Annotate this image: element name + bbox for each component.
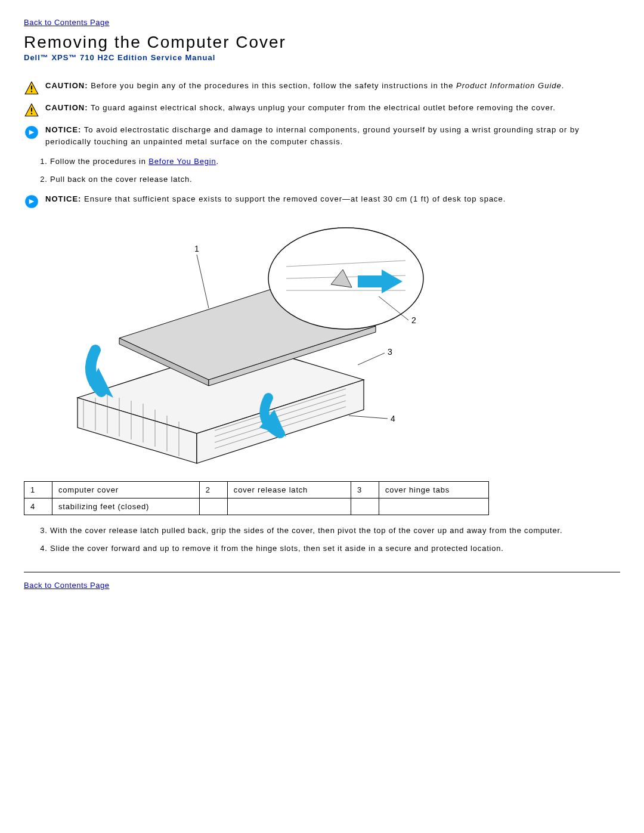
- callout-num: 1: [24, 482, 52, 498]
- callout-empty: [379, 498, 488, 515]
- callout-text: cover hinge tabs: [379, 482, 488, 498]
- callout-empty: [199, 498, 227, 515]
- back-to-contents-top[interactable]: Back to Contents Page: [24, 18, 109, 27]
- callout-table: 1 computer cover 2 cover release latch 3…: [24, 481, 489, 515]
- caution-text: Before you begin any of the procedures i…: [88, 81, 456, 90]
- step-text-end: .: [216, 157, 219, 166]
- divider: [24, 572, 620, 572]
- svg-line-35: [197, 255, 209, 308]
- notice-icon: [24, 194, 39, 207]
- notice-label: NOTICE:: [45, 125, 81, 134]
- notice-label: NOTICE:: [45, 194, 81, 203]
- callout-num: 4: [24, 498, 52, 515]
- callout-text: cover release latch: [227, 482, 351, 498]
- notice-text: Ensure that sufficient space exists to s…: [81, 194, 506, 203]
- page-title: Removing the Computer Cover: [24, 33, 620, 52]
- callout-num: 2: [199, 482, 227, 498]
- svg-line-38: [349, 416, 388, 419]
- callout-text: stabilizing feet (closed): [52, 498, 200, 515]
- caution-label: CAUTION:: [45, 81, 88, 90]
- caution-icon: [24, 80, 39, 94]
- step-1: Follow the procedures in Before You Begi…: [50, 156, 620, 168]
- figure-label-4: 4: [391, 414, 395, 423]
- caution-label: CAUTION:: [45, 103, 88, 112]
- step-2: Pull back on the cover release latch.: [50, 174, 620, 185]
- svg-rect-2: [31, 91, 32, 92]
- caution-1: CAUTION: Before you begin any of the pro…: [24, 80, 620, 94]
- callout-empty: [227, 498, 351, 515]
- step-3: With the cover release latch pulled back…: [50, 525, 620, 537]
- steps-list-b: With the cover release latch pulled back…: [36, 525, 620, 554]
- page-subtitle: Dell™ XPS™ 710 H2C Edition Service Manua…: [24, 53, 620, 62]
- table-row: 1 computer cover 2 cover release latch 3…: [24, 482, 489, 498]
- steps-list-a: Follow the procedures in Before You Begi…: [36, 156, 620, 185]
- before-you-begin-link[interactable]: Before You Begin: [148, 157, 216, 166]
- step-text: Follow the procedures in: [50, 157, 148, 166]
- product-info-guide: Product Information Guide: [456, 81, 562, 90]
- notice-1: NOTICE: To avoid electrostatic discharge…: [24, 124, 620, 147]
- svg-rect-4: [31, 108, 32, 112]
- callout-text: computer cover: [52, 482, 200, 498]
- notice-2: NOTICE: Ensure that sufficient space exi…: [24, 193, 620, 207]
- caution-text: To guard against electrical shock, alway…: [88, 103, 556, 112]
- table-row: 4 stabilizing feet (closed): [24, 498, 489, 515]
- back-to-contents-bottom[interactable]: Back to Contents Page: [24, 581, 109, 590]
- caution-icon: [24, 103, 39, 116]
- notice-text: To avoid electrostatic discharge and dam…: [45, 125, 580, 146]
- figure-label-3: 3: [388, 347, 392, 357]
- callout-num: 3: [351, 482, 379, 498]
- cover-removal-figure: 1 2 3 4: [48, 219, 429, 469]
- caution-2: CAUTION: To guard against electrical sho…: [24, 102, 620, 116]
- caution-text-end: .: [562, 81, 565, 90]
- step-4: Slide the cover forward and up to remove…: [50, 543, 620, 555]
- figure-label-1: 1: [194, 244, 199, 253]
- svg-rect-5: [31, 113, 32, 114]
- figure-label-2: 2: [411, 315, 416, 325]
- svg-line-37: [358, 353, 385, 365]
- callout-empty: [351, 498, 379, 515]
- notice-icon: [24, 125, 39, 138]
- svg-rect-1: [31, 86, 32, 90]
